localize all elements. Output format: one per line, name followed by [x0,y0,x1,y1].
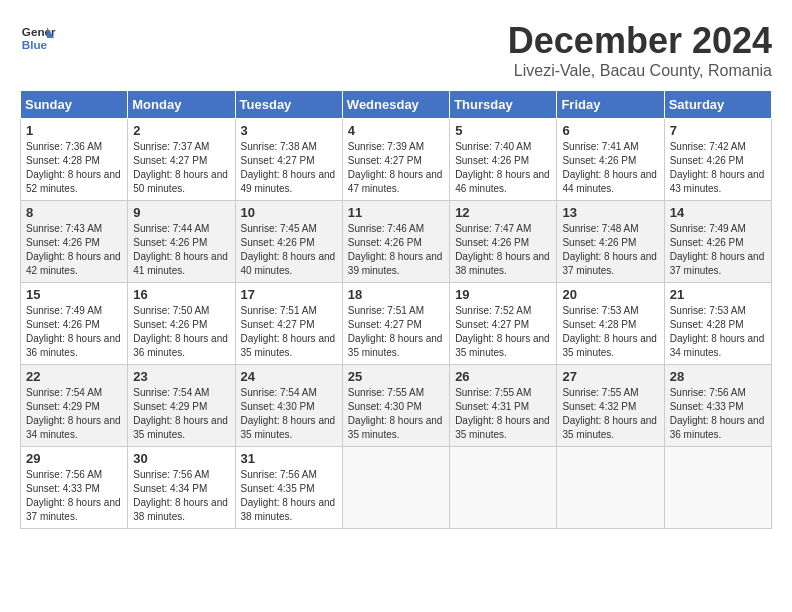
page-subtitle: Livezi-Vale, Bacau County, Romania [508,62,772,80]
calendar-week-row: 22 Sunrise: 7:54 AM Sunset: 4:29 PM Dayl… [21,365,772,447]
day-number: 1 [26,123,122,138]
calendar-cell [664,447,771,529]
calendar-cell: 14 Sunrise: 7:49 AM Sunset: 4:26 PM Dayl… [664,201,771,283]
calendar-cell: 25 Sunrise: 7:55 AM Sunset: 4:30 PM Dayl… [342,365,449,447]
day-info: Sunrise: 7:54 AM Sunset: 4:30 PM Dayligh… [241,386,337,442]
day-number: 28 [670,369,766,384]
day-number: 11 [348,205,444,220]
weekday-header: Monday [128,91,235,119]
day-number: 31 [241,451,337,466]
calendar-cell: 10 Sunrise: 7:45 AM Sunset: 4:26 PM Dayl… [235,201,342,283]
day-info: Sunrise: 7:46 AM Sunset: 4:26 PM Dayligh… [348,222,444,278]
calendar-cell: 2 Sunrise: 7:37 AM Sunset: 4:27 PM Dayli… [128,119,235,201]
day-number: 2 [133,123,229,138]
day-number: 19 [455,287,551,302]
day-number: 25 [348,369,444,384]
day-info: Sunrise: 7:56 AM Sunset: 4:34 PM Dayligh… [133,468,229,524]
calendar-cell: 6 Sunrise: 7:41 AM Sunset: 4:26 PM Dayli… [557,119,664,201]
day-number: 26 [455,369,551,384]
calendar-cell: 12 Sunrise: 7:47 AM Sunset: 4:26 PM Dayl… [450,201,557,283]
day-info: Sunrise: 7:52 AM Sunset: 4:27 PM Dayligh… [455,304,551,360]
day-info: Sunrise: 7:53 AM Sunset: 4:28 PM Dayligh… [670,304,766,360]
calendar-cell: 1 Sunrise: 7:36 AM Sunset: 4:28 PM Dayli… [21,119,128,201]
calendar-cell [557,447,664,529]
calendar-cell: 3 Sunrise: 7:38 AM Sunset: 4:27 PM Dayli… [235,119,342,201]
calendar-cell: 8 Sunrise: 7:43 AM Sunset: 4:26 PM Dayli… [21,201,128,283]
day-info: Sunrise: 7:41 AM Sunset: 4:26 PM Dayligh… [562,140,658,196]
calendar-week-row: 15 Sunrise: 7:49 AM Sunset: 4:26 PM Dayl… [21,283,772,365]
calendar-cell: 31 Sunrise: 7:56 AM Sunset: 4:35 PM Dayl… [235,447,342,529]
day-info: Sunrise: 7:49 AM Sunset: 4:26 PM Dayligh… [26,304,122,360]
weekday-header: Sunday [21,91,128,119]
calendar-cell: 29 Sunrise: 7:56 AM Sunset: 4:33 PM Dayl… [21,447,128,529]
title-section: December 2024 Livezi-Vale, Bacau County,… [508,20,772,80]
calendar-cell [342,447,449,529]
day-info: Sunrise: 7:55 AM Sunset: 4:31 PM Dayligh… [455,386,551,442]
day-number: 4 [348,123,444,138]
day-number: 18 [348,287,444,302]
page-title: December 2024 [508,20,772,62]
calendar-cell: 21 Sunrise: 7:53 AM Sunset: 4:28 PM Dayl… [664,283,771,365]
day-number: 10 [241,205,337,220]
day-number: 3 [241,123,337,138]
logo: General Blue [20,20,56,56]
day-number: 21 [670,287,766,302]
day-info: Sunrise: 7:51 AM Sunset: 4:27 PM Dayligh… [241,304,337,360]
calendar-cell: 7 Sunrise: 7:42 AM Sunset: 4:26 PM Dayli… [664,119,771,201]
day-info: Sunrise: 7:51 AM Sunset: 4:27 PM Dayligh… [348,304,444,360]
svg-text:Blue: Blue [22,38,48,51]
day-info: Sunrise: 7:39 AM Sunset: 4:27 PM Dayligh… [348,140,444,196]
day-number: 23 [133,369,229,384]
day-number: 16 [133,287,229,302]
calendar-cell: 27 Sunrise: 7:55 AM Sunset: 4:32 PM Dayl… [557,365,664,447]
logo-icon: General Blue [20,20,56,56]
day-number: 24 [241,369,337,384]
calendar-cell [450,447,557,529]
calendar-cell: 23 Sunrise: 7:54 AM Sunset: 4:29 PM Dayl… [128,365,235,447]
day-number: 22 [26,369,122,384]
page-header: General Blue December 2024 Livezi-Vale, … [20,20,772,80]
day-info: Sunrise: 7:56 AM Sunset: 4:33 PM Dayligh… [26,468,122,524]
day-info: Sunrise: 7:54 AM Sunset: 4:29 PM Dayligh… [26,386,122,442]
day-info: Sunrise: 7:37 AM Sunset: 4:27 PM Dayligh… [133,140,229,196]
day-number: 6 [562,123,658,138]
day-info: Sunrise: 7:55 AM Sunset: 4:32 PM Dayligh… [562,386,658,442]
day-number: 15 [26,287,122,302]
day-info: Sunrise: 7:38 AM Sunset: 4:27 PM Dayligh… [241,140,337,196]
calendar-header-row: SundayMondayTuesdayWednesdayThursdayFrid… [21,91,772,119]
calendar-cell: 20 Sunrise: 7:53 AM Sunset: 4:28 PM Dayl… [557,283,664,365]
day-info: Sunrise: 7:47 AM Sunset: 4:26 PM Dayligh… [455,222,551,278]
calendar-cell: 15 Sunrise: 7:49 AM Sunset: 4:26 PM Dayl… [21,283,128,365]
day-number: 5 [455,123,551,138]
weekday-header: Thursday [450,91,557,119]
calendar-table: SundayMondayTuesdayWednesdayThursdayFrid… [20,90,772,529]
calendar-week-row: 1 Sunrise: 7:36 AM Sunset: 4:28 PM Dayli… [21,119,772,201]
day-number: 12 [455,205,551,220]
calendar-week-row: 29 Sunrise: 7:56 AM Sunset: 4:33 PM Dayl… [21,447,772,529]
day-info: Sunrise: 7:48 AM Sunset: 4:26 PM Dayligh… [562,222,658,278]
day-number: 29 [26,451,122,466]
calendar-cell: 11 Sunrise: 7:46 AM Sunset: 4:26 PM Dayl… [342,201,449,283]
weekday-header: Saturday [664,91,771,119]
day-number: 13 [562,205,658,220]
weekday-header: Tuesday [235,91,342,119]
calendar-cell: 30 Sunrise: 7:56 AM Sunset: 4:34 PM Dayl… [128,447,235,529]
calendar-cell: 24 Sunrise: 7:54 AM Sunset: 4:30 PM Dayl… [235,365,342,447]
day-number: 7 [670,123,766,138]
calendar-cell: 9 Sunrise: 7:44 AM Sunset: 4:26 PM Dayli… [128,201,235,283]
calendar-cell: 22 Sunrise: 7:54 AM Sunset: 4:29 PM Dayl… [21,365,128,447]
weekday-header: Wednesday [342,91,449,119]
calendar-cell: 26 Sunrise: 7:55 AM Sunset: 4:31 PM Dayl… [450,365,557,447]
day-number: 8 [26,205,122,220]
calendar-cell: 28 Sunrise: 7:56 AM Sunset: 4:33 PM Dayl… [664,365,771,447]
day-info: Sunrise: 7:49 AM Sunset: 4:26 PM Dayligh… [670,222,766,278]
day-info: Sunrise: 7:42 AM Sunset: 4:26 PM Dayligh… [670,140,766,196]
day-number: 17 [241,287,337,302]
day-info: Sunrise: 7:56 AM Sunset: 4:33 PM Dayligh… [670,386,766,442]
day-number: 9 [133,205,229,220]
day-number: 14 [670,205,766,220]
day-info: Sunrise: 7:40 AM Sunset: 4:26 PM Dayligh… [455,140,551,196]
day-number: 27 [562,369,658,384]
day-info: Sunrise: 7:36 AM Sunset: 4:28 PM Dayligh… [26,140,122,196]
day-info: Sunrise: 7:43 AM Sunset: 4:26 PM Dayligh… [26,222,122,278]
